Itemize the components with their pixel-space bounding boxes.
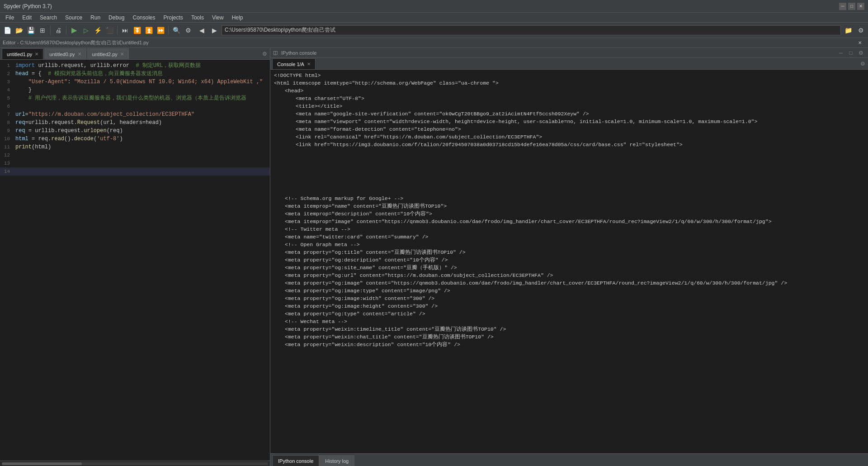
path-settings-button[interactable]: ⚙ bbox=[855, 25, 866, 36]
path-input[interactable] bbox=[222, 25, 841, 35]
history-log-label: History log bbox=[325, 458, 349, 464]
menu-file[interactable]: File bbox=[2, 14, 18, 22]
output-line-28: <meta property="weixin:timeline_title" c… bbox=[274, 325, 864, 333]
console-pane: ◫ IPython console ─ □ ⚙ Console 1/A ✕ ⚙ … bbox=[270, 48, 868, 466]
tab-close-untitled0[interactable]: ✕ bbox=[78, 52, 81, 57]
browse-button[interactable]: 📁 bbox=[843, 25, 854, 36]
code-line-3: 3 "User-Agent": "Mozilla / 5.0(Windows N… bbox=[0, 78, 270, 86]
tab-label-untitled1: untitled1.py bbox=[7, 52, 32, 57]
stop-button[interactable]: ⬛ bbox=[104, 25, 115, 36]
console-controls: ─ □ ⚙ bbox=[836, 49, 865, 57]
console-settings-button[interactable]: ⚙ bbox=[856, 49, 865, 57]
print-button[interactable]: 🖨 bbox=[53, 25, 64, 36]
output-line-18: <meta property="og:title" content="豆瓣热门访… bbox=[274, 248, 864, 256]
editor-close-button[interactable]: ✕ bbox=[854, 38, 865, 48]
output-line-20: <meta property="og:site_name" content="豆… bbox=[274, 264, 864, 271]
console-min-button[interactable]: ─ bbox=[836, 49, 845, 57]
continue-button[interactable]: ⏩ bbox=[155, 25, 166, 36]
window-title: Spyder (Python 3.7) bbox=[4, 3, 52, 10]
tab-history-log[interactable]: History log bbox=[319, 455, 354, 466]
save-all-button[interactable]: ⊞ bbox=[37, 25, 48, 36]
find-button[interactable]: 🔍 bbox=[171, 25, 182, 36]
output-line-23: <meta property="og:image:type" content="… bbox=[274, 287, 864, 295]
code-line-4: 4 } bbox=[0, 86, 270, 94]
output-line-10: <link href="https://img3.doubanio.com/f/… bbox=[274, 141, 864, 148]
editor-pane: untitled1.py ✕ untitled0.py ✕ untitled2.… bbox=[0, 48, 270, 466]
menu-search[interactable]: Search bbox=[36, 14, 61, 22]
menu-consoles[interactable]: Consoles bbox=[129, 14, 159, 22]
output-line-17: <!-- Open Graph meta --> bbox=[274, 241, 864, 248]
tab-untitled1[interactable]: untitled1.py ✕ bbox=[2, 48, 43, 59]
editor-tab-settings[interactable]: ⚙ bbox=[259, 48, 270, 59]
output-line-blank1 bbox=[274, 148, 864, 156]
separator-3 bbox=[117, 26, 118, 35]
console-tab-settings[interactable]: ⚙ bbox=[857, 58, 868, 69]
separator-1 bbox=[50, 26, 51, 35]
menu-debug[interactable]: Debug bbox=[105, 14, 128, 22]
code-line-10: 10 html = req.read().decode('utf-8') bbox=[0, 135, 270, 143]
output-line-8: <meta name="format-detection" content="t… bbox=[274, 125, 864, 133]
code-editor[interactable]: 1 import urllib.request, urllib.error # … bbox=[0, 60, 270, 461]
debug-button[interactable]: ⚡ bbox=[92, 25, 103, 36]
console-output[interactable]: <!DOCTYPE html> <html itemscope itemtype… bbox=[270, 70, 868, 453]
step-button[interactable]: ⏭ bbox=[120, 25, 131, 36]
output-line-blank3 bbox=[274, 164, 864, 171]
output-line-16: <meta name="twitter:card" content="summa… bbox=[274, 233, 864, 241]
settings-button[interactable]: ⚙ bbox=[183, 25, 193, 36]
output-line-5: <title></title> bbox=[274, 102, 864, 110]
close-window-button[interactable]: ✕ bbox=[857, 3, 864, 10]
code-line-5: 5 # 用户代理，表示告诉豆瓣服务器，我们是什么类型的机器、浏览器（本质上是告诉… bbox=[0, 94, 270, 102]
menu-view[interactable]: View bbox=[208, 14, 227, 22]
tab-untitled2[interactable]: untitled2.py ✕ bbox=[87, 48, 129, 59]
menu-projects[interactable]: Projects bbox=[160, 14, 187, 22]
tab-close-untitled1[interactable]: ✕ bbox=[35, 52, 38, 57]
console-tab-label: Console 1/A bbox=[277, 62, 304, 67]
tab-close-untitled2[interactable]: ✕ bbox=[120, 52, 124, 57]
output-line-3: <head> bbox=[274, 87, 864, 95]
path-bar: ◀ ▶ 📁 ⚙ bbox=[196, 25, 866, 36]
ipython-header-label: IPython console bbox=[281, 50, 316, 56]
menu-tools[interactable]: Tools bbox=[188, 14, 208, 22]
output-line-blank6 bbox=[274, 187, 864, 195]
step-into-button[interactable]: ⏬ bbox=[132, 25, 142, 36]
output-line-26: <meta property="og:type" content="articl… bbox=[274, 310, 864, 318]
menu-help[interactable]: Help bbox=[228, 14, 247, 22]
output-line-9: <link rel="canonical" href="https://m.do… bbox=[274, 133, 864, 141]
output-line-1: <!DOCTYPE html> bbox=[274, 71, 864, 79]
step-out-button[interactable]: ⏫ bbox=[143, 25, 154, 36]
save-file-button[interactable]: 💾 bbox=[25, 25, 36, 36]
code-line-9: 9 req = urllib.request.urlopen(req) bbox=[0, 127, 270, 135]
open-file-button[interactable]: 📂 bbox=[14, 25, 24, 36]
tab-label-untitled2: untitled2.py bbox=[92, 52, 118, 57]
output-line-12: <meta itemprop="name" content="豆瓣热门访谈图书T… bbox=[274, 202, 864, 210]
tab-ipython-console[interactable]: IPython console bbox=[272, 455, 319, 466]
output-line-13: <meta itemprop="description" content="10… bbox=[274, 210, 864, 218]
output-line-24: <meta property="og:image:width" content=… bbox=[274, 295, 864, 302]
scroll-thumb[interactable] bbox=[2, 462, 82, 465]
run-button[interactable]: ▶ bbox=[69, 25, 80, 36]
console-tab-1[interactable]: Console 1/A ✕ bbox=[272, 58, 316, 69]
back-button[interactable]: ◀ bbox=[196, 25, 207, 36]
console-tab-close[interactable]: ✕ bbox=[307, 62, 311, 67]
title-bar: Spyder (Python 3.7) ─ □ ✕ bbox=[0, 0, 868, 13]
run-line-button[interactable]: ▷ bbox=[80, 25, 91, 36]
output-line-blank5 bbox=[274, 179, 864, 187]
new-file-button[interactable]: 📄 bbox=[2, 25, 13, 36]
menu-edit[interactable]: Edit bbox=[19, 14, 35, 22]
editor-scrollbar[interactable] bbox=[0, 461, 270, 466]
editor-path-label: Editor - C:\Users\95870\Desktop\python爬虫… bbox=[3, 39, 149, 46]
menu-run[interactable]: Run bbox=[87, 14, 104, 22]
console-max-button[interactable]: □ bbox=[846, 49, 855, 57]
tab-untitled0[interactable]: untitled0.py ✕ bbox=[44, 48, 86, 59]
output-line-blank4 bbox=[274, 171, 864, 179]
code-line-14: 14 bbox=[0, 167, 270, 176]
menu-source[interactable]: Source bbox=[61, 14, 86, 22]
maximize-button[interactable]: □ bbox=[848, 3, 855, 10]
code-line-7: 7 url="https://m.douban.com/subject_coll… bbox=[0, 110, 270, 119]
tab-label-untitled0: untitled0.py bbox=[49, 52, 75, 57]
code-line-8: 8 req=urllib.request.Request(url, header… bbox=[0, 119, 270, 127]
output-line-11: <!-- Schema.org markup for Google+ --> bbox=[274, 195, 864, 202]
output-line-2: <html itemscope itemtype="http://schema.… bbox=[274, 79, 864, 87]
minimize-button[interactable]: ─ bbox=[839, 3, 846, 10]
forward-button[interactable]: ▶ bbox=[209, 25, 220, 36]
